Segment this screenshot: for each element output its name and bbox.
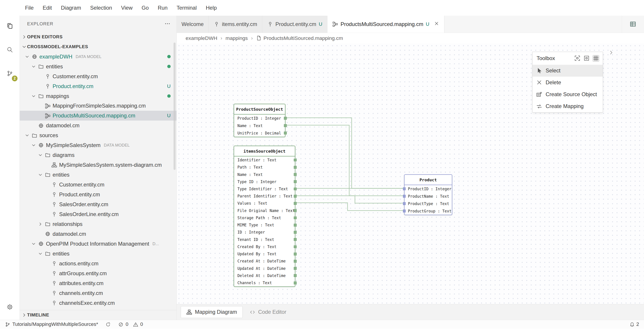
attribute-port[interactable] <box>294 217 297 219</box>
attribute-row[interactable]: Name : Text <box>234 171 295 178</box>
attribute-row[interactable]: Values : Text <box>234 200 295 207</box>
tree-item-entities[interactable]: entities <box>20 170 176 180</box>
attribute-row[interactable]: Identifier : Text <box>234 156 295 164</box>
menu-item-run[interactable]: Run <box>153 3 172 13</box>
breadcrumb-item-exampledwh[interactable]: exampleDWH <box>186 35 217 41</box>
activity-search[interactable] <box>4 43 16 56</box>
chevdown-icon[interactable] <box>30 93 37 99</box>
attribute-port[interactable] <box>403 210 406 212</box>
attribute-port[interactable] <box>284 117 287 120</box>
bottom-tab-mapping-diagram[interactable]: Mapping Diagram <box>181 306 242 318</box>
sidebar-scrollbar[interactable] <box>174 42 176 170</box>
tree-item-openpim-product-information-management[interactable]: OpenPIM Product Information ManagementD.… <box>20 239 176 249</box>
attribute-row[interactable]: Channels : Text <box>234 279 295 287</box>
breadcrumb-item-mappings[interactable]: mappings <box>226 35 248 41</box>
mapping-wire[interactable] <box>295 203 404 211</box>
attribute-port[interactable] <box>294 253 297 256</box>
diagram-node-product[interactable]: ProductProductID : IntegerProductName : … <box>404 174 452 215</box>
attribute-row[interactable]: Path : Text <box>234 164 295 171</box>
tree-item-attributes-entity-cm[interactable]: attributes.entity.cm <box>20 278 176 288</box>
activity-source-control[interactable]: 2 <box>4 67 16 79</box>
tab-items-entity-cm[interactable]: items.entity.cm <box>209 16 262 33</box>
mapping-wire[interactable] <box>295 196 404 203</box>
attribute-row[interactable]: Created At : DateTime <box>234 258 295 265</box>
tree-item-relationships[interactable]: relationships <box>20 219 176 229</box>
attribute-port[interactable] <box>403 195 406 198</box>
menu-item-help[interactable]: Help <box>201 3 221 13</box>
menu-item-diagram[interactable]: Diagram <box>56 3 86 13</box>
toolbox-item-create-source-object[interactable]: Create Source Object <box>532 88 603 100</box>
section-workspace-root[interactable]: CROSSMODEL-EXAMPLES <box>20 42 176 52</box>
menu-item-selection[interactable]: Selection <box>86 3 116 13</box>
attribute-row[interactable]: Storage Path : Text <box>234 214 295 221</box>
tree-item-mysimplesalessystem[interactable]: MySimpleSalesSystemDATA MODEL <box>20 140 176 150</box>
attribute-row[interactable]: UnitPrice : Decimal <box>234 129 285 137</box>
tree-item-mysimplesalessystem-system-diagram-cm[interactable]: MySimpleSalesSystem.system-diagram.cm <box>20 160 176 170</box>
attribute-port[interactable] <box>294 195 297 198</box>
mapping-wire[interactable] <box>286 118 404 188</box>
tree-item-channels-entity-cm[interactable]: channels.entity.cm <box>20 288 176 298</box>
attribute-port[interactable] <box>284 124 287 127</box>
more-actions-icon[interactable] <box>164 21 170 27</box>
menu-item-edit[interactable]: Edit <box>38 3 56 13</box>
chevdown-icon[interactable] <box>24 133 30 138</box>
attribute-row[interactable]: Name : Text <box>234 122 285 129</box>
menu-item-file[interactable]: File <box>21 3 38 13</box>
bottom-tab-code-editor[interactable]: Code Editor <box>244 306 292 318</box>
tree-item-diagrams[interactable]: diagrams <box>20 150 176 160</box>
tree-item-datamodel-cm[interactable]: datamodel.cm <box>20 229 176 239</box>
tree-item-entities[interactable]: entities <box>20 249 176 259</box>
attribute-port[interactable] <box>294 166 297 169</box>
chevdown-icon[interactable] <box>24 54 30 59</box>
attribute-row[interactable]: ProductName : Text <box>404 193 452 200</box>
attribute-port[interactable] <box>294 188 297 191</box>
tree-item-productsmultisourced-mapping-cm[interactable]: ProductsMultiSourced.mapping.cmU <box>20 111 176 121</box>
attribute-row[interactable]: Updated At : DateTime <box>234 265 295 272</box>
attribute-row[interactable]: Tenant ID : Text <box>234 236 295 243</box>
center-diagram-icon[interactable] <box>584 55 590 61</box>
attribute-row[interactable]: File Original Name : Text <box>234 207 295 214</box>
tree-item-salesorderline-entity-cm[interactable]: SalesOrderLine.entity.cm <box>20 209 176 219</box>
fit-to-screen-icon[interactable] <box>574 55 580 61</box>
chevdown-icon[interactable] <box>30 64 37 69</box>
attribute-port[interactable] <box>403 187 406 190</box>
tree-item-channelsexec-entity-cm[interactable]: channelsExec.entity.cm <box>20 298 176 308</box>
attribute-port[interactable] <box>294 282 297 284</box>
breadcrumb-item-productsmultisourced-mapping-cm[interactable]: ProductsMultiSourced.mapping.cm <box>256 35 343 41</box>
mapping-wire[interactable] <box>286 125 404 196</box>
chevdown-icon[interactable] <box>37 251 44 256</box>
tab-product-entity-cm[interactable]: Product.entity.cmU <box>262 16 328 33</box>
table-view-icon[interactable] <box>630 21 636 27</box>
attribute-row[interactable]: ProductType : Text <box>404 200 452 207</box>
diagram-canvas[interactable]: Toolbox SelectDeleteCreate Source Object… <box>177 43 644 304</box>
attribute-row[interactable]: Created By : Text <box>234 243 295 250</box>
attribute-row[interactable]: ProductGroup : Text <box>404 207 452 215</box>
toolbox-item-create-mapping[interactable]: Create Mapping <box>532 100 603 112</box>
attribute-port[interactable] <box>294 238 297 241</box>
tree-item-customer-entity-cm[interactable]: Customer.entity.cm <box>20 180 176 190</box>
attribute-row[interactable]: Deleted At : DateTime <box>234 272 295 279</box>
tree-item-mappingfromsimplesales-mapping-cm[interactable]: MappingFromSimpleSales.mapping.cm <box>20 101 176 111</box>
attribute-port[interactable] <box>284 132 287 134</box>
tree-item-product-entity-cm[interactable]: Product.entity.cmU <box>20 81 176 91</box>
notifications-indicator[interactable]: 2 <box>630 321 639 327</box>
attribute-row[interactable]: Type Identifier : Text <box>234 185 295 193</box>
attribute-port[interactable] <box>294 245 297 248</box>
menu-item-view[interactable]: View <box>116 3 137 13</box>
branch-indicator[interactable]: Tutorials/MappingWithMultipleSources* <box>5 321 98 327</box>
attribute-port[interactable] <box>294 159 297 162</box>
attribute-port[interactable] <box>294 260 297 263</box>
section-open-editors[interactable]: OPEN EDITORS <box>20 32 176 42</box>
attribute-row[interactable]: Updated By : Text <box>234 250 295 258</box>
tab-welcome[interactable]: Welcome <box>177 16 209 33</box>
close-icon[interactable] <box>434 21 439 27</box>
toolbox-item-delete[interactable]: Delete <box>532 77 603 88</box>
chevright-icon[interactable] <box>37 221 44 227</box>
tree-item-datamodel-cm[interactable]: datamodel.cm <box>20 121 176 130</box>
tree-item-sources[interactable]: sources <box>20 130 176 140</box>
tree-item-entities[interactable]: entities <box>20 62 176 71</box>
diagram-node-productsourceobject[interactable]: ProductSourceObjectProductID : IntegerNa… <box>234 104 286 137</box>
toolbox-item-select[interactable]: Select <box>532 65 603 77</box>
activity-explorer[interactable] <box>4 20 16 32</box>
problems-indicator[interactable]: 0 0 <box>118 321 143 327</box>
